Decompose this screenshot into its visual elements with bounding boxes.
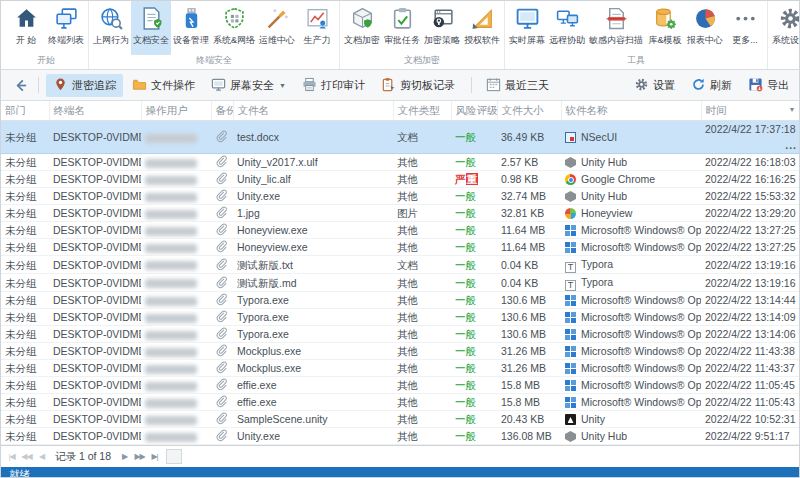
cell-file-name: Mockplus.exe (233, 360, 393, 377)
ribbon-item-设备管理[interactable]: 设备管理 (171, 1, 211, 55)
pager-prev-page-icon[interactable]: ◀◀ (19, 449, 34, 464)
cell-file-type: 文档 (393, 121, 451, 154)
column-header-软件名称[interactable]: 软件名称 (561, 101, 701, 121)
ribbon-item-终端列表[interactable]: 终端列表 (46, 1, 86, 55)
table-row[interactable]: 未分组DESKTOP-0VIDMDJ测试新版.txt文档一般0.04 KBTyp… (1, 256, 800, 274)
cell-department: 未分组 (1, 360, 49, 377)
toolbar-button-屏幕安全[interactable]: 屏幕安全▼ (204, 74, 293, 97)
pager-next-icon[interactable]: ▶ (117, 449, 132, 464)
column-header-备份[interactable]: 备份 (211, 101, 233, 121)
toolbar-button-刷新[interactable]: 刷新 (689, 74, 734, 97)
table-row[interactable]: 未分组DESKTOP-0VIDMDJHoneyview.exe其他一般11.64… (1, 222, 800, 239)
cell-department: 未分组 (1, 205, 49, 222)
ribbon-item-系统设置[interactable]: 系统设置 (770, 1, 800, 55)
cell-backup (211, 274, 233, 292)
ribbon-item-label: 报表中心 (687, 34, 723, 47)
ribbon-item-更多...[interactable]: 更多... (725, 1, 765, 55)
table-row[interactable]: 未分组DESKTOP-0VIDMDJTypora.exe其他一般130.6 MB… (1, 309, 800, 326)
cell-file-type: 其他 (393, 309, 451, 326)
column-header-时间[interactable]: 时间▼ (701, 101, 800, 121)
toolbar-button-剪切板记录[interactable]: 剪切板记录 (374, 74, 462, 97)
table-row[interactable]: 未分组DESKTOP-0VIDMDJUnity_lic.alf其他严重0.98 … (1, 171, 800, 188)
ribbon-item-生产力[interactable]: 生产力 (297, 1, 337, 55)
cell-time: 2022/4/22 17:37:18... (701, 121, 800, 154)
app-window: 开 始终端列表开始上网行为文档安全设备管理系统&网络运维中心生产力终端安全文档加… (0, 0, 800, 478)
cell-software-name: Microsoft® Windows® Oper... (561, 292, 701, 309)
cell-software-name: Typora (561, 274, 701, 292)
column-header-部门[interactable]: 部门 (1, 101, 49, 121)
column-header-文件名[interactable]: 文件名 (233, 101, 393, 121)
table-row[interactable]: 未分组DESKTOP-0VIDMDJUnity_v2017.x.ulf其他一般2… (1, 154, 800, 171)
back-button[interactable] (9, 75, 31, 95)
cell-file-name: Unity_lic.alf (233, 171, 393, 188)
cell-department: 未分组 (1, 274, 49, 292)
table-row[interactable]: 未分组DESKTOP-0VIDMDJ1.jpg图片一般32.81 KBHoney… (1, 205, 800, 222)
table-row[interactable]: 未分组DESKTOP-0VIDMDJTypora.exe其他一般130.6 MB… (1, 326, 800, 343)
ribbon-item-审批任务[interactable]: 审批任务 (382, 1, 422, 55)
pager-extra-button[interactable] (166, 449, 182, 464)
ribbon-item-库&模板[interactable]: 库&模板 (645, 1, 685, 55)
cell-backup (211, 411, 233, 428)
ribbon-item-加密策略[interactable]: 加密策略 (422, 1, 462, 55)
column-header-风险评级[interactable]: 风险评级 (451, 101, 497, 121)
toolbar-button-label: 剪切板记录 (400, 78, 455, 93)
toolbar-button-导出[interactable]: 导出 (746, 74, 791, 97)
encpolicy-icon (430, 6, 455, 31)
table-row[interactable]: 未分组DESKTOP-0VIDMDJSampleScene.unity其他一般2… (1, 411, 800, 428)
ribbon-item-文档安全[interactable]: 文档安全 (131, 1, 171, 55)
table-row[interactable]: 未分组DESKTOP-0VIDMDJeffie.exe其他一般15.8 MBMi… (1, 394, 800, 411)
column-header-文件大小[interactable]: 文件大小 (497, 101, 561, 121)
toolbar-button-最近三天[interactable]: 最近三天 (479, 74, 556, 97)
table-row[interactable]: 未分组DESKTOP-0VIDMDJ测试新版.md其他一般0.04 KBTypo… (1, 274, 800, 292)
table-row[interactable]: 未分组DESKTOP-0VIDMDJMockplus.exe其他一般31.26 … (1, 360, 800, 377)
ribbon-item-运维中心[interactable]: 运维中心 (257, 1, 297, 55)
ribbon-item-系统&网络[interactable]: 系统&网络 (211, 1, 257, 55)
ribbon-item-上网行为[interactable]: 上网行为 (91, 1, 131, 55)
toolbar-button-设置[interactable]: 设置 (632, 74, 677, 97)
paperclip-icon (215, 224, 228, 236)
toolbar-button-文件操作[interactable]: 文件操作 (125, 74, 202, 97)
pager-last-icon[interactable]: ▶| (147, 449, 162, 464)
toolbar-divider (471, 77, 472, 93)
authsw-icon (470, 6, 495, 31)
pager-first-icon[interactable]: |◀ (4, 449, 19, 464)
cell-operator-user (141, 394, 211, 411)
fileops-icon (132, 77, 147, 94)
ribbon-item-敏感内容扫描[interactable]: 敏感内容扫描 (587, 1, 645, 55)
table-row[interactable]: 未分组DESKTOP-0VIDMDJeffie.exe其他一般15.8 MBMi… (1, 377, 800, 394)
toolbar-button-打印审计[interactable]: 打印审计 (295, 74, 372, 97)
ribbon-item-label: 运维中心 (259, 34, 295, 47)
table-row[interactable]: 未分组DESKTOP-0VIDMDJTypora.exe其他一般130.6 MB… (1, 292, 800, 309)
table-row[interactable]: 未分组DESKTOP-0VIDMDJMockplus.exe其他一般31.26 … (1, 343, 800, 360)
ribbon-item-文档加密[interactable]: 文档加密 (342, 1, 382, 55)
cell-backup (211, 171, 233, 188)
table-row[interactable]: 未分组DESKTOP-0VIDMDJtest.docx文档一般36.49 KBN… (1, 121, 800, 154)
ribbon-item-报表中心[interactable]: 报表中心 (685, 1, 725, 55)
cell-file-type: 其他 (393, 188, 451, 205)
table-row[interactable]: 未分组DESKTOP-0VIDMDJUnity.exe其他一般136.08 MB… (1, 428, 800, 445)
pager-next-page-icon[interactable]: ▶▶ (132, 449, 147, 464)
column-filter-icon[interactable]: ▼ (789, 106, 796, 113)
column-header-文件类型[interactable]: 文件类型 (393, 101, 451, 121)
cell-file-size: 0.04 KB (497, 256, 561, 274)
productivity-icon (305, 6, 330, 31)
ribbon-item-开始[interactable]: 开 始 (6, 1, 46, 55)
cell-file-name: effie.exe (233, 377, 393, 394)
paperclip-icon (215, 131, 228, 143)
mswin-app-icon (565, 312, 576, 323)
cell-file-name: Typora.exe (233, 292, 393, 309)
column-header-操作用户[interactable]: 操作用户 (141, 101, 211, 121)
cell-backup (211, 188, 233, 205)
table-row[interactable]: 未分组DESKTOP-0VIDMDJUnity.exe其他一般32.74 MBU… (1, 188, 800, 205)
table-row[interactable]: 未分组DESKTOP-0VIDMDJHoneyview.exe其他一般11.64… (1, 239, 800, 256)
pager-prev-icon[interactable]: ◀ (34, 449, 49, 464)
column-header-终端名[interactable]: 终端名 (49, 101, 141, 121)
toolbar-button-泄密追踪[interactable]: 泄密追踪 (46, 74, 123, 97)
cell-terminal-name: DESKTOP-0VIDMDJ (49, 326, 141, 343)
trace-icon (53, 77, 68, 94)
row-more-button[interactable]: ... (785, 137, 797, 153)
cell-file-name: Honeyview.exe (233, 239, 393, 256)
ribbon-item-授权软件[interactable]: 授权软件 (462, 1, 502, 55)
ribbon-item-远程协助[interactable]: 远程协助 (547, 1, 587, 55)
ribbon-item-实时屏幕[interactable]: 实时屏幕 (507, 1, 547, 55)
